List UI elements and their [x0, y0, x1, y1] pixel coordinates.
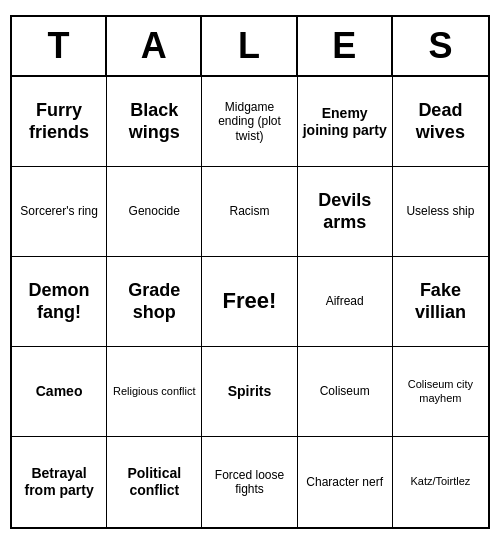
- bingo-cell-text-11: Grade shop: [111, 280, 197, 323]
- header-letter-a: A: [107, 17, 202, 75]
- bingo-card: TALES Furry friendsBlack wingsMidgame en…: [10, 15, 490, 529]
- bingo-cell-text-12: Free!: [223, 288, 277, 314]
- bingo-cell-text-7: Racism: [229, 204, 269, 218]
- bingo-cell-10: Demon fang!: [12, 257, 107, 347]
- bingo-cell-2: Midgame ending (plot twist): [202, 77, 297, 167]
- bingo-cell-4: Dead wives: [393, 77, 488, 167]
- bingo-cell-text-5: Sorcerer's ring: [20, 204, 98, 218]
- bingo-cell-6: Genocide: [107, 167, 202, 257]
- bingo-cell-text-13: Aifread: [326, 294, 364, 308]
- bingo-cell-16: Religious conflict: [107, 347, 202, 437]
- bingo-cell-18: Coliseum: [298, 347, 393, 437]
- header-letter-t: T: [12, 17, 107, 75]
- bingo-cell-13: Aifread: [298, 257, 393, 347]
- bingo-cell-text-8: Devils arms: [302, 190, 388, 233]
- bingo-cell-text-21: Political conflict: [111, 465, 197, 499]
- bingo-cell-9: Useless ship: [393, 167, 488, 257]
- bingo-cell-text-24: Katz/Toirtlez: [410, 475, 470, 488]
- bingo-cell-20: Betrayal from party: [12, 437, 107, 527]
- bingo-cell-21: Political conflict: [107, 437, 202, 527]
- bingo-cell-19: Coliseum city mayhem: [393, 347, 488, 437]
- header-letter-s: S: [393, 17, 488, 75]
- bingo-cell-text-15: Cameo: [36, 383, 83, 400]
- bingo-cell-15: Cameo: [12, 347, 107, 437]
- bingo-cell-text-17: Spirits: [228, 383, 272, 400]
- bingo-cell-1: Black wings: [107, 77, 202, 167]
- bingo-cell-7: Racism: [202, 167, 297, 257]
- bingo-cell-text-2: Midgame ending (plot twist): [206, 100, 292, 143]
- bingo-cell-text-4: Dead wives: [397, 100, 484, 143]
- bingo-cell-14: Fake villian: [393, 257, 488, 347]
- bingo-cell-text-18: Coliseum: [320, 384, 370, 398]
- bingo-cell-8: Devils arms: [298, 167, 393, 257]
- bingo-cell-5: Sorcerer's ring: [12, 167, 107, 257]
- bingo-cell-text-19: Coliseum city mayhem: [397, 378, 484, 404]
- bingo-cell-0: Furry friends: [12, 77, 107, 167]
- bingo-cell-text-1: Black wings: [111, 100, 197, 143]
- header-letter-l: L: [202, 17, 297, 75]
- bingo-cell-text-9: Useless ship: [406, 204, 474, 218]
- bingo-header: TALES: [12, 17, 488, 77]
- bingo-cell-12: Free!: [202, 257, 297, 347]
- bingo-grid: Furry friendsBlack wingsMidgame ending (…: [12, 77, 488, 527]
- bingo-cell-23: Character nerf: [298, 437, 393, 527]
- bingo-cell-22: Forced loose fights: [202, 437, 297, 527]
- bingo-cell-text-14: Fake villian: [397, 280, 484, 323]
- bingo-cell-text-23: Character nerf: [306, 475, 383, 489]
- bingo-cell-text-20: Betrayal from party: [16, 465, 102, 499]
- bingo-cell-text-22: Forced loose fights: [206, 468, 292, 497]
- bingo-cell-text-10: Demon fang!: [16, 280, 102, 323]
- bingo-cell-text-16: Religious conflict: [113, 385, 196, 398]
- header-letter-e: E: [298, 17, 393, 75]
- bingo-cell-17: Spirits: [202, 347, 297, 437]
- bingo-cell-text-3: Enemy joining party: [302, 105, 388, 139]
- bingo-cell-text-6: Genocide: [129, 204, 180, 218]
- bingo-cell-24: Katz/Toirtlez: [393, 437, 488, 527]
- bingo-cell-11: Grade shop: [107, 257, 202, 347]
- bingo-cell-3: Enemy joining party: [298, 77, 393, 167]
- bingo-cell-text-0: Furry friends: [16, 100, 102, 143]
